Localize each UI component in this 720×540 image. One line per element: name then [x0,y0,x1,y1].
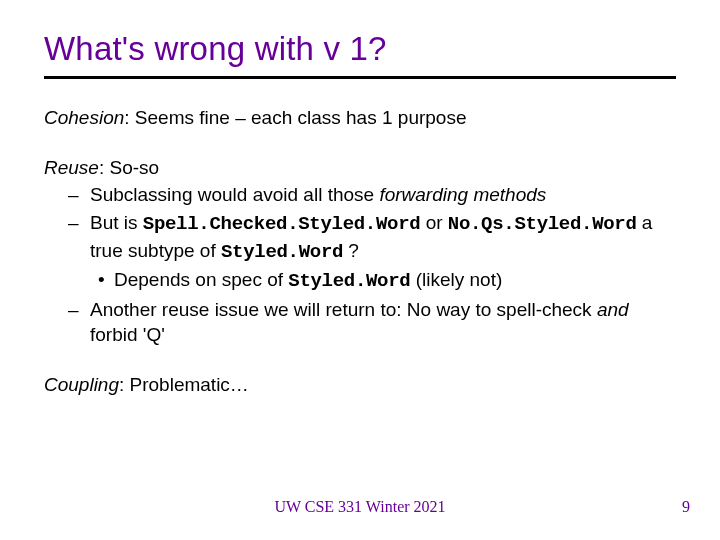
reuse-label: Reuse [44,157,99,178]
coupling-text: : Problematic… [119,374,249,395]
footer-text: UW CSE 331 Winter 2021 [0,498,720,516]
reuse-b3c: forbid 'Q' [90,324,165,345]
reuse-b1b: forwarding methods [379,184,546,205]
code-styledword-1: Styled.Word [221,241,343,263]
dash-icon: – [68,182,90,208]
coupling-line: Coupling: Problematic… [44,372,676,398]
reuse-subbullet: •Depends on spec of Styled.Word (likely … [44,267,676,295]
reuse-sub-a: Depends on spec of [114,269,288,290]
code-spellchecked: Spell.Checked.Styled.Word [143,213,421,235]
reuse-b3b: and [597,299,629,320]
reuse-b2b: or [420,212,447,233]
dash-icon: – [68,210,90,236]
cohesion-label: Cohesion [44,107,124,128]
title-rule [44,76,676,79]
reuse-intro-line: Reuse: So-so [44,155,676,181]
slide-body: Cohesion: Seems fine – each class has 1 … [44,105,676,398]
reuse-b1a: Subclassing would avoid all those [90,184,379,205]
reuse-sub-b: (likely not) [410,269,502,290]
reuse-b2a: But is [90,212,143,233]
cohesion-line: Cohesion: Seems fine – each class has 1 … [44,105,676,131]
coupling-label: Coupling [44,374,119,395]
slide-title: What's wrong with v 1? [44,30,676,68]
reuse-bullet-3: –Another reuse issue we will return to: … [44,297,676,348]
bullet-icon: • [98,267,114,293]
reuse-block: Reuse: So-so –Subclassing would avoid al… [44,155,676,348]
cohesion-text: : Seems fine – each class has 1 purpose [124,107,466,128]
reuse-intro: : So-so [99,157,159,178]
code-styledword-2: Styled.Word [288,270,410,292]
reuse-bullet-2: –But is Spell.Checked.Styled.Word or No.… [44,210,676,265]
code-noqs: No.Qs.Styled.Word [448,213,637,235]
reuse-b3a: Another reuse issue we will return to: N… [90,299,597,320]
reuse-b2d: ? [343,240,359,261]
slide: What's wrong with v 1? Cohesion: Seems f… [0,0,720,540]
page-number: 9 [682,498,690,516]
reuse-bullet-1: –Subclassing would avoid all those forwa… [44,182,676,208]
dash-icon: – [68,297,90,323]
